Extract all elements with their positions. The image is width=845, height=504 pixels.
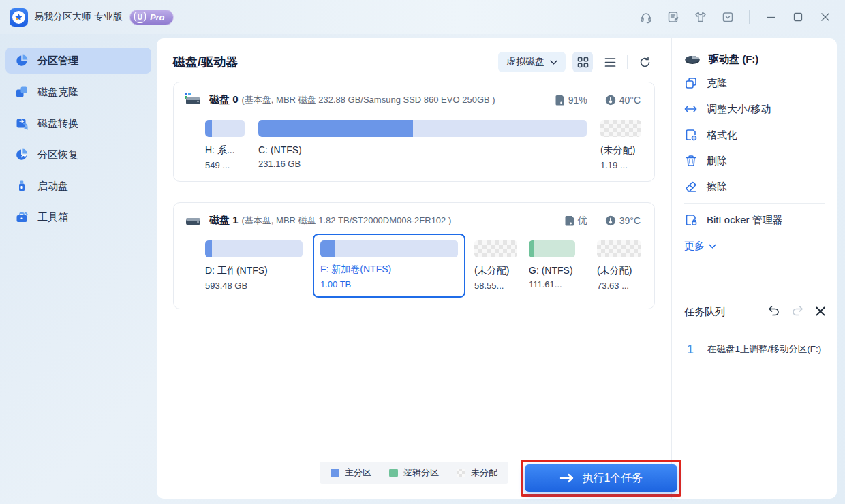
clone-icon — [684, 77, 697, 90]
refresh-button[interactable] — [634, 52, 655, 72]
sidebar-item-disk-clone[interactable]: 磁盘克隆 — [5, 79, 151, 105]
disk-health-icon — [555, 95, 565, 106]
partition-bar — [205, 240, 303, 257]
format-icon — [684, 129, 697, 142]
legend-logical: 逻辑分区 — [389, 467, 439, 479]
minimize-button[interactable] — [762, 8, 780, 26]
virtual-disk-dropdown[interactable]: 虚拟磁盘 — [498, 52, 566, 72]
task-queue-title: 任务队列 — [684, 306, 725, 319]
disk-details: (基本盘, MBR 磁盘 232.88 GB/Samsung SSD 860 E… — [242, 94, 495, 106]
disk-usage-badge: 91% — [555, 95, 587, 106]
sidebar-item-label: 分区管理 — [37, 54, 78, 67]
action-resize-move[interactable]: 调整大小/移动 — [672, 96, 837, 122]
arrow-right-icon — [559, 473, 574, 483]
sidebar-item-label: 工具箱 — [37, 211, 68, 224]
partition-unallocated[interactable]: (未分配) 1.19 ... — [600, 120, 641, 170]
disk-usage-badge: 优 — [565, 215, 587, 227]
action-clone[interactable]: 克隆 — [672, 70, 837, 96]
sidebar-item-label: 启动盘 — [37, 180, 68, 193]
sidebar: 分区管理 磁盘克隆 磁盘转换 分区恢复 启动盘 — [0, 38, 157, 504]
action-wipe[interactable]: 擦除 — [672, 174, 837, 200]
partition-d[interactable]: D: 工作(NTFS) 593.48 GB — [205, 240, 303, 291]
more-link[interactable]: 更多 — [672, 233, 837, 259]
sidebar-item-disk-convert[interactable]: 磁盘转换 — [5, 110, 151, 136]
sidebar-item-label: 分区恢复 — [37, 148, 78, 161]
primary-swatch — [331, 469, 339, 477]
drive-icon — [684, 54, 701, 65]
disk-details: (基本盘, MBR 磁盘 1.82 TB/ST2000DM008-2FR102 … — [242, 215, 452, 227]
sidebar-item-label: 磁盘克隆 — [37, 86, 78, 99]
partition-c[interactable]: C: (NTFS) 231.16 GB — [258, 120, 587, 169]
unallocated-swatch — [457, 469, 465, 477]
disk-health-icon — [565, 215, 574, 226]
close-button[interactable] — [816, 8, 834, 26]
disk-name: 磁盘 0 — [209, 93, 239, 106]
close-queue-icon[interactable] — [815, 306, 826, 319]
task-queue-item[interactable]: 1 在磁盘1上调整/移动分区(F:) — [687, 343, 827, 356]
content-surface: 磁盘/驱动器 虚拟磁盘 — [157, 38, 837, 499]
disk-name: 磁盘 1 — [209, 214, 239, 227]
chevron-down-icon — [550, 60, 557, 65]
hard-drive-icon — [185, 93, 201, 108]
chevron-down-icon — [709, 244, 716, 249]
titlebar-divider — [749, 10, 750, 24]
theme-shirt-icon[interactable] — [692, 8, 709, 26]
thermometer-icon — [605, 215, 616, 226]
toolbox-icon — [15, 210, 29, 224]
resize-arrows-icon — [684, 103, 697, 116]
action-format[interactable]: 格式化 — [672, 122, 837, 148]
eraser-icon — [684, 180, 697, 193]
grid-view-button[interactable] — [572, 52, 593, 72]
sidebar-item-label: 磁盘转换 — [37, 117, 78, 130]
partition-unallocated[interactable]: (未分配) 58.55... — [474, 240, 517, 291]
disk-0-card: 磁盘 0 (基本盘, MBR 磁盘 232.88 GB/Samsung SSD … — [173, 82, 655, 182]
pro-u-icon: U — [134, 12, 146, 23]
redo-icon[interactable] — [791, 305, 804, 319]
sidebar-item-toolbox[interactable]: 工具箱 — [5, 204, 151, 230]
right-panel: 驱动盘 (F:) 克隆 调整大小/移动 格式化 — [672, 38, 837, 499]
disk-1-card: 磁盘 1 (基本盘, MBR 磁盘 1.82 TB/ST2000DM008-2F… — [173, 202, 655, 309]
app-logo-icon — [10, 8, 28, 27]
bitlocker-lock-icon — [684, 214, 697, 227]
partition-f-selected[interactable]: F: 新加卷(NTFS) 1.00 TB — [313, 234, 465, 298]
maximize-button[interactable] — [789, 8, 807, 26]
partition-bar — [529, 240, 575, 257]
logical-swatch — [389, 469, 398, 477]
task-number: 1 — [687, 343, 701, 356]
list-view-button[interactable] — [600, 52, 620, 72]
support-headset-icon[interactable] — [637, 8, 655, 26]
sidebar-item-partition-management[interactable]: 分区管理 — [5, 48, 151, 74]
action-delete[interactable]: 删除 — [672, 148, 837, 174]
task-description: 在磁盘1上调整/移动分区(F:) — [701, 343, 821, 356]
selected-drive-header: 驱动盘 (F:) — [672, 38, 837, 70]
disk-temp-badge: 40°C — [605, 95, 641, 106]
disk-clone-icon — [15, 85, 29, 99]
undo-icon[interactable] — [767, 305, 780, 319]
actions-divider — [684, 203, 825, 204]
app-window: 易我分区大师 专业版 U Pro — [0, 0, 845, 504]
pie-chart-icon — [15, 54, 29, 67]
partition-h[interactable]: H: 系... 549 ... — [205, 120, 245, 170]
menu-dropdown-icon[interactable] — [719, 8, 737, 26]
disk-temp-badge: 39°C — [605, 215, 641, 226]
pro-badge: U Pro — [129, 10, 174, 25]
header-separator — [627, 55, 628, 69]
hard-drive-icon — [185, 213, 201, 229]
page-title: 磁盘/驱动器 — [173, 54, 238, 70]
action-bitlocker[interactable]: BitLocker 管理器 — [672, 207, 837, 233]
partition-g[interactable]: G: (NTFS) 111.61... — [529, 240, 575, 289]
execute-tasks-button[interactable]: 执行1个任务 — [525, 464, 677, 492]
thermometer-icon — [605, 95, 616, 106]
partition-recovery-icon — [15, 148, 29, 161]
partition-bar — [205, 120, 245, 137]
titlebar: 易我分区大师 专业版 U Pro — [0, 0, 845, 34]
sidebar-item-partition-recovery[interactable]: 分区恢复 — [5, 142, 151, 168]
partition-unallocated[interactable]: (未分配) 73.63 ... — [597, 240, 641, 291]
partition-legend: 主分区 逻辑分区 未分配 — [320, 462, 508, 484]
trash-icon — [684, 155, 697, 168]
main-panel: 磁盘/驱动器 虚拟磁盘 — [157, 38, 671, 499]
sidebar-item-boot-disk[interactable]: 启动盘 — [5, 173, 151, 199]
partition-bar — [258, 120, 587, 137]
feedback-note-icon[interactable] — [664, 8, 682, 26]
usb-drive-icon — [15, 179, 29, 193]
